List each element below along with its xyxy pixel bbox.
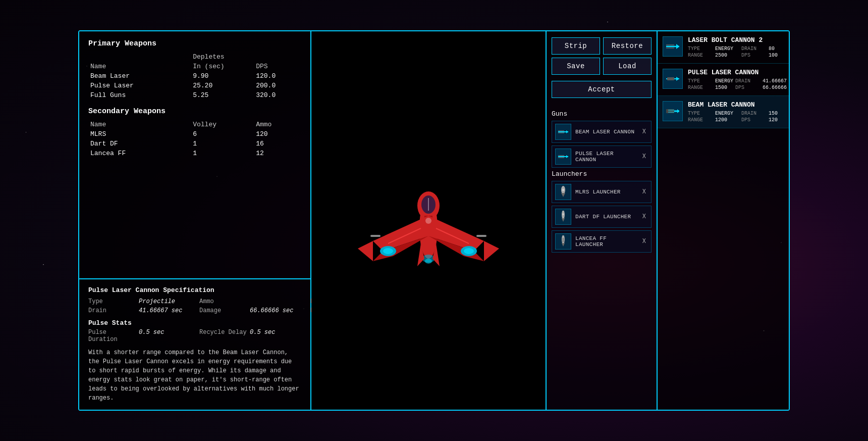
- type-label: TYPE: [688, 78, 713, 84]
- ammo-label: Ammo: [199, 298, 250, 305]
- weapon-dps: 200.0: [254, 81, 301, 90]
- detail-item-beam-laser[interactable]: BEAM LASER CANNON TYPE ENERGY DRAIN 150 …: [658, 96, 789, 128]
- launcher-name-3: LANCEA FF LAUNCHER: [575, 235, 636, 248]
- sec-weapon-name: MLRS: [88, 129, 191, 139]
- col-name-header: [88, 52, 191, 62]
- weapon-dps: 320.0: [254, 90, 301, 100]
- gun-name-1: BEAM LASER CANNON: [575, 129, 636, 135]
- weapon-name: Full Guns: [88, 90, 191, 100]
- svg-marker-51: [677, 109, 679, 113]
- launcher-remove-3[interactable]: X: [640, 237, 648, 246]
- laser-bolt-cannon-icon: [665, 39, 680, 54]
- action-buttons-grid: Strip Restore Save Load: [547, 31, 657, 81]
- spec-panel: Pulse Laser Cannon Specification Type Pr…: [79, 279, 310, 410]
- range-label: RANGE: [688, 53, 713, 58]
- drain-value: 41.66667 sec: [139, 307, 199, 314]
- rocket-icon: [557, 186, 569, 198]
- list-item[interactable]: BEAM LASER CANNON X: [552, 121, 652, 143]
- beam-laser-cannon-icon: [665, 104, 680, 119]
- beam-laser-name: BEAM LASER CANNON: [688, 101, 784, 109]
- svg-marker-44: [676, 44, 679, 49]
- table-row: Full Guns 5.25 320.0: [88, 90, 301, 100]
- svg-point-13: [383, 248, 393, 254]
- svg-point-15: [464, 248, 474, 254]
- launcher-remove-1[interactable]: X: [640, 187, 648, 197]
- range-value: 1200: [715, 117, 739, 123]
- sec-ammo-header: Ammo: [254, 120, 301, 129]
- list-item[interactable]: MLRS LAUNCHER X: [552, 181, 652, 203]
- table-row: Dart DF 1 16: [88, 139, 301, 149]
- list-item[interactable]: DART DF LAUNCHER X: [552, 206, 652, 228]
- range-label: RANGE: [688, 85, 713, 90]
- type-value: ENERGY: [715, 111, 739, 116]
- spec-title: Pulse Laser Cannon Specification: [88, 286, 301, 294]
- middle-section: [311, 31, 547, 410]
- gun-remove-2[interactable]: X: [640, 152, 648, 161]
- beam-laser-icon: [663, 101, 683, 121]
- dps-label: DPS: [741, 53, 767, 58]
- pulse-laser-cannon-icon: [665, 71, 680, 86]
- sec-name-header: Name: [88, 120, 191, 129]
- accept-button[interactable]: Accept: [552, 81, 652, 98]
- svg-marker-31: [566, 155, 568, 158]
- beam-laser-info: BEAM LASER CANNON TYPE ENERGY DRAIN 150 …: [688, 101, 784, 123]
- pulse-stats-title: Pulse Stats: [88, 319, 301, 327]
- laser-bolt-name: LASER BOLT CANNON 2: [688, 36, 784, 44]
- drain-value: 150: [769, 111, 784, 116]
- spec-grid: Type Projectile Ammo Energy Drain 41.666…: [88, 298, 301, 314]
- svg-point-36: [562, 189, 564, 191]
- recycle-delay-value: 0.5 sec: [250, 329, 310, 343]
- svg-marker-48: [676, 77, 679, 81]
- list-item[interactable]: PULSE LASER CANNON X: [552, 145, 652, 168]
- table-row: Beam Laser 9.90 120.0: [88, 71, 301, 81]
- dps-label: DPS: [735, 85, 761, 90]
- depletes-header: Depletes: [191, 52, 301, 62]
- weapon-in-sec: 5.25: [191, 90, 254, 100]
- secondary-weapons-table: Name Volley Ammo MLRS 6 120 Dart DF 1 16: [88, 120, 301, 158]
- name-subheader: Name: [88, 62, 191, 71]
- sec-weapon-name: Dart DF: [88, 139, 191, 149]
- in-sec-header: In (sec): [191, 62, 254, 71]
- sec-weapon-ammo: 120: [254, 129, 301, 139]
- laser-icon-2: [557, 151, 569, 163]
- table-row: MLRS 6 120: [88, 129, 301, 139]
- laser-icon: [557, 126, 569, 138]
- sec-weapon-volley: 6: [191, 129, 254, 139]
- pulse-laser-name: PULSE LASER CANNON: [688, 69, 787, 76]
- restore-button[interactable]: Restore: [603, 37, 652, 55]
- type-value: ENERGY: [715, 78, 733, 84]
- laser-bolt-stats: TYPE ENERGY DRAIN 80 RANGE 2500 DPS 100: [688, 46, 784, 58]
- drain-label: DRAIN: [741, 46, 767, 52]
- detail-item-laser-bolt[interactable]: LASER BOLT CANNON 2 TYPE ENERGY DRAIN 80…: [658, 31, 789, 64]
- list-item[interactable]: LANCEA FF LAUNCHER X: [552, 230, 652, 253]
- range-label: RANGE: [688, 117, 713, 123]
- type-value: ENERGY: [715, 46, 739, 52]
- laser-bolt-info: LASER BOLT CANNON 2 TYPE ENERGY DRAIN 80…: [688, 36, 784, 58]
- dps-label: DPS: [741, 117, 767, 123]
- recycle-delay-label: Recycle Delay: [199, 329, 250, 343]
- svg-point-39: [563, 214, 564, 215]
- weapon-in-sec: 25.20: [191, 81, 254, 90]
- drain-value: 80: [769, 46, 784, 52]
- launcher-name-1: MLRS LAUNCHER: [575, 189, 636, 195]
- sec-weapon-volley: 1: [191, 139, 254, 149]
- sec-weapon-name: Lancea FF: [88, 149, 191, 158]
- launcher-remove-2[interactable]: X: [640, 212, 648, 221]
- dart-icon: [557, 211, 569, 223]
- gun-remove-1[interactable]: X: [640, 127, 648, 136]
- right-action-section: Strip Restore Save Load Accept Guns BEAM…: [547, 31, 658, 410]
- equipment-section: Guns BEAM LASER CANNON X: [547, 104, 657, 410]
- save-button[interactable]: Save: [552, 58, 600, 75]
- strip-button[interactable]: Strip: [552, 37, 600, 55]
- weapons-panel: Primary Weapons Depletes Name In (sec) D…: [79, 31, 310, 279]
- details-section: LASER BOLT CANNON 2 TYPE ENERGY DRAIN 80…: [658, 31, 789, 410]
- gun-name-2: PULSE LASER CANNON: [575, 151, 636, 163]
- spec-description: With a shorter range compared to the Bea…: [88, 348, 301, 403]
- ship-viewport: [311, 31, 546, 410]
- dps-value: 120: [769, 117, 784, 123]
- main-panel: Primary Weapons Depletes Name In (sec) D…: [78, 30, 790, 411]
- sec-weapon-volley: 1: [191, 149, 254, 158]
- ammo-damage-label: Damage: [199, 307, 250, 314]
- load-button[interactable]: Load: [603, 58, 652, 75]
- detail-item-pulse-laser[interactable]: PULSE LASER CANNON TYPE ENERGY DRAIN 41.…: [658, 64, 789, 96]
